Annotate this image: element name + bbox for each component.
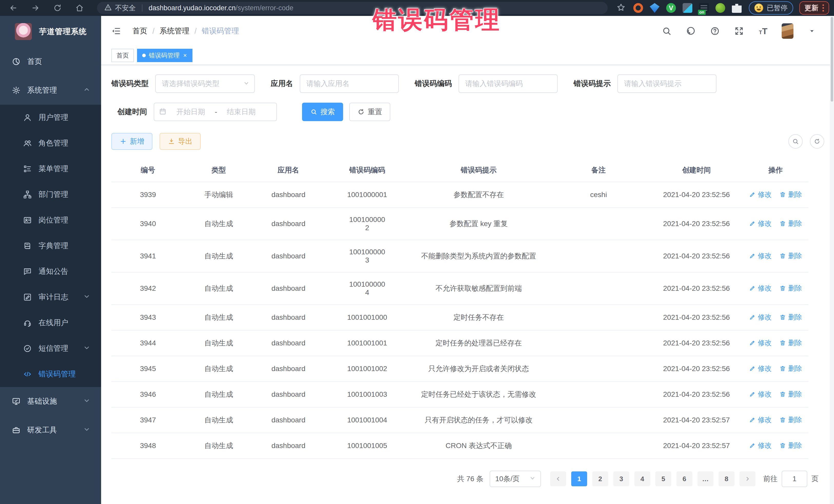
delete-link[interactable]: 删除 bbox=[780, 364, 802, 373]
extension-vue-devtools-icon[interactable]: V bbox=[666, 3, 676, 13]
edit-link[interactable]: 修改 bbox=[749, 190, 772, 199]
breadcrumb-home[interactable]: 首页 bbox=[132, 26, 147, 36]
window-scrollbar[interactable] bbox=[830, 16, 834, 504]
page-button-1[interactable]: 1 bbox=[571, 472, 587, 486]
breadcrumb-system[interactable]: 系统管理 bbox=[160, 26, 190, 36]
app-name-input[interactable] bbox=[300, 75, 398, 92]
github-icon[interactable] bbox=[685, 25, 697, 37]
more-pages-button[interactable]: … bbox=[698, 472, 714, 486]
extension-grid-icon[interactable] bbox=[683, 3, 692, 13]
delete-link[interactable]: 删除 bbox=[780, 312, 802, 322]
error-code-type-input[interactable] bbox=[156, 75, 254, 92]
add-button[interactable]: 新增 bbox=[111, 133, 152, 150]
bookmark-star-icon[interactable] bbox=[616, 3, 626, 13]
extension-list-icon[interactable]: on bbox=[699, 3, 709, 13]
page-button-4[interactable]: 4 bbox=[634, 472, 650, 486]
tab-close-icon[interactable]: × bbox=[183, 52, 187, 59]
sidebar-item-dept-management[interactable]: 部门管理 bbox=[0, 182, 101, 207]
scrollbar-thumb[interactable] bbox=[831, 17, 833, 102]
sidebar-logo[interactable]: 芋道管理系统 bbox=[0, 16, 101, 47]
error-message-field[interactable] bbox=[617, 74, 717, 93]
reset-button[interactable]: 重置 bbox=[349, 103, 390, 121]
extension-orange-icon[interactable] bbox=[633, 3, 643, 13]
browser-menu-dots-icon[interactable] bbox=[822, 4, 824, 12]
error-message-input[interactable] bbox=[618, 75, 716, 92]
avatar-caret-icon[interactable] bbox=[806, 25, 817, 37]
prev-page-button[interactable] bbox=[550, 472, 566, 486]
sidebar-item-notice-announcement[interactable]: 通知公告 bbox=[0, 259, 101, 284]
sidebar-item-error-code-management[interactable]: 错误码管理 bbox=[0, 361, 101, 387]
next-page-button[interactable] bbox=[740, 472, 755, 486]
edit-link[interactable]: 修改 bbox=[749, 390, 772, 399]
extensions-puzzle-icon[interactable] bbox=[732, 3, 742, 13]
edit-link[interactable]: 修改 bbox=[749, 338, 772, 348]
page-button-6[interactable]: 6 bbox=[676, 472, 692, 486]
date-range-picker[interactable]: - bbox=[154, 103, 277, 121]
reload-icon[interactable] bbox=[52, 2, 63, 14]
error-code-type-select[interactable] bbox=[155, 74, 255, 93]
delete-link[interactable]: 删除 bbox=[780, 338, 802, 348]
page-button-3[interactable]: 3 bbox=[613, 472, 629, 486]
address-bar[interactable]: 不安全 dashboard.yudao.iocoder.cn/system/er… bbox=[97, 2, 608, 14]
refresh-table-icon[interactable] bbox=[810, 134, 824, 149]
page-button-8[interactable]: 8 bbox=[719, 472, 734, 486]
page-button-2[interactable]: 2 bbox=[592, 472, 608, 486]
goto-page-input[interactable] bbox=[782, 471, 807, 486]
home-icon[interactable] bbox=[74, 2, 85, 14]
error-code-field[interactable] bbox=[459, 74, 557, 93]
delete-link[interactable]: 删除 bbox=[780, 415, 802, 424]
sidebar-item-role-management[interactable]: 角色管理 bbox=[0, 130, 101, 156]
help-icon[interactable] bbox=[709, 25, 721, 37]
page-button-5[interactable]: 5 bbox=[655, 472, 671, 486]
edit-link[interactable]: 修改 bbox=[749, 312, 772, 322]
sidebar-toggle-icon[interactable] bbox=[110, 25, 122, 37]
export-button[interactable]: 导出 bbox=[160, 133, 201, 150]
cell-id: 3943 bbox=[111, 305, 184, 330]
delete-link[interactable]: 删除 bbox=[780, 441, 802, 450]
profile-paused-badge[interactable]: 已暂停 bbox=[749, 1, 793, 15]
edit-link[interactable]: 修改 bbox=[749, 284, 772, 293]
browser-update-button[interactable]: 更新 bbox=[799, 1, 829, 15]
sidebar-item-dev-tools[interactable]: 研发工具 bbox=[0, 416, 101, 444]
edit-link[interactable]: 修改 bbox=[749, 441, 772, 450]
start-date-input[interactable] bbox=[168, 103, 213, 120]
app-name-field[interactable] bbox=[300, 74, 399, 93]
delete-link[interactable]: 删除 bbox=[780, 190, 802, 199]
page-size-select[interactable] bbox=[490, 470, 541, 487]
sidebar-item-infrastructure[interactable]: 基础设施 bbox=[0, 387, 101, 416]
toggle-search-icon[interactable] bbox=[788, 134, 803, 149]
sidebar-item-system-management[interactable]: 系统管理 bbox=[0, 76, 101, 105]
delete-link[interactable]: 删除 bbox=[780, 251, 802, 261]
extension-green-pin-icon[interactable] bbox=[716, 3, 725, 13]
security-label[interactable]: 不安全 bbox=[115, 3, 136, 13]
delete-link[interactable]: 删除 bbox=[780, 390, 802, 399]
edit-link[interactable]: 修改 bbox=[749, 219, 772, 228]
delete-link[interactable]: 删除 bbox=[780, 219, 802, 228]
goto-page-field[interactable] bbox=[782, 470, 807, 487]
fullscreen-icon[interactable] bbox=[733, 25, 745, 37]
tab-home[interactable]: 首页 bbox=[111, 49, 134, 62]
sidebar-item-post-management[interactable]: 岗位管理 bbox=[0, 207, 101, 233]
not-secure-warning-icon[interactable] bbox=[104, 4, 112, 12]
forward-icon[interactable] bbox=[30, 2, 41, 14]
edit-link[interactable]: 修改 bbox=[749, 364, 772, 373]
sidebar-item-sms-management[interactable]: 短信管理 bbox=[0, 336, 101, 361]
back-icon[interactable] bbox=[8, 2, 19, 14]
sidebar-item-audit-log[interactable]: 审计日志 bbox=[0, 284, 101, 310]
font-size-icon[interactable]: TT bbox=[758, 25, 769, 37]
edit-link[interactable]: 修改 bbox=[749, 415, 772, 424]
delete-link[interactable]: 删除 bbox=[780, 284, 802, 293]
search-button[interactable]: 搜索 bbox=[302, 103, 343, 121]
sidebar-item-home[interactable]: 首页 bbox=[0, 47, 101, 76]
edit-link[interactable]: 修改 bbox=[749, 251, 772, 261]
error-code-input[interactable] bbox=[459, 75, 557, 92]
tab-error-code-management[interactable]: 错误码管理 × bbox=[137, 49, 193, 62]
sidebar-item-user-management[interactable]: 用户管理 bbox=[0, 105, 101, 130]
user-avatar[interactable] bbox=[782, 23, 793, 39]
header-search-icon[interactable] bbox=[661, 25, 672, 37]
end-date-input[interactable] bbox=[219, 103, 264, 120]
extension-gem-icon[interactable] bbox=[650, 3, 659, 13]
sidebar-item-menu-management[interactable]: 菜单管理 bbox=[0, 156, 101, 182]
sidebar-item-online-users[interactable]: 在线用户 bbox=[0, 310, 101, 336]
sidebar-item-dict-management[interactable]: 字典管理 bbox=[0, 233, 101, 259]
